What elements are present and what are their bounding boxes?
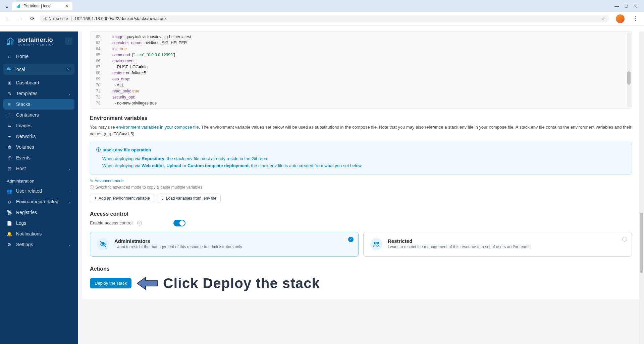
editor-scroll-thumb[interactable] <box>627 71 631 85</box>
url-text: 192.168.1.18:9000/#!/2/docker/stacks/new… <box>74 16 167 21</box>
logs-icon: 📄 <box>7 221 12 226</box>
page-scrollbar[interactable] <box>639 31 644 344</box>
annotation-text: Click Deploy the stack <box>163 275 320 291</box>
dashboard-icon: ⊞ <box>7 80 12 85</box>
card-desc: I want to restrict the management of thi… <box>388 245 531 249</box>
add-env-var-button[interactable]: + Add an environment variable <box>90 194 154 203</box>
logo[interactable]: portainer.io COMMUNITY EDITION « <box>3 36 74 51</box>
environment-pill[interactable]: local ✕ <box>3 64 74 75</box>
eye-off-icon <box>97 238 109 250</box>
nav-events[interactable]: ⏱Events <box>3 152 74 163</box>
tab-list-dropdown-icon[interactable]: ⌄ <box>3 2 11 10</box>
nav-home[interactable]: ⌂ Home <box>3 51 74 62</box>
nav-networks[interactable]: ⚭Networks <box>3 131 74 142</box>
help-icon[interactable]: ? <box>137 221 142 225</box>
images-icon: ≣ <box>7 123 12 128</box>
load-env-file-button[interactable]: ⤴ Load variables from .env file <box>158 194 221 203</box>
env-vars-doc-link[interactable]: environment variables in your compose fi… <box>116 125 199 130</box>
admin-nav-user-related[interactable]: 👥User-related⌄ <box>3 186 74 196</box>
events-icon: ⏱ <box>7 155 12 160</box>
nav-forward-icon[interactable]: → <box>15 14 25 23</box>
upload-icon: ⤴ <box>162 196 164 201</box>
nav-images[interactable]: ≣Images <box>3 120 74 131</box>
plus-icon: + <box>94 196 97 201</box>
card-title: Restricted <box>388 238 531 244</box>
portainer-logo-icon <box>5 36 15 46</box>
nav-label: Settings <box>16 242 33 247</box>
nav-label: Host <box>16 166 26 171</box>
sidebar: portainer.io COMMUNITY EDITION « ⌂ Home … <box>0 31 78 344</box>
nav-label: User-related <box>16 188 42 194</box>
access-card-administrators[interactable]: Administrators I want to restrict the ma… <box>90 232 359 257</box>
nav-back-icon[interactable]: ← <box>3 14 13 23</box>
address-input[interactable]: ⚠ Not secure 192.168.1.18:9000/#!/2/dock… <box>40 15 609 22</box>
deploy-stack-button[interactable]: Deploy the stack <box>90 278 131 288</box>
svg-point-9 <box>375 242 377 244</box>
chevron-down-icon: ⌄ <box>68 189 71 193</box>
info-line: When deploying via Web editor, Upload or… <box>102 162 626 169</box>
nav-label: Notifications <box>16 231 42 236</box>
button-label: Load variables from .env file <box>166 196 216 201</box>
chevron-down-icon: ⌄ <box>68 91 71 96</box>
window-minimize-icon[interactable]: ― <box>614 4 619 9</box>
address-bar: ← → ⟳ ⚠ Not secure 192.168.1.18:9000/#!/… <box>0 12 644 25</box>
nav-dashboard[interactable]: ⊞Dashboard <box>3 77 74 88</box>
svg-rect-2 <box>19 4 20 8</box>
nav-stacks[interactable]: ≡Stacks <box>3 99 74 110</box>
advanced-mode-link[interactable]: Advanced mode <box>95 179 124 183</box>
user-related-icon: 👥 <box>7 189 12 194</box>
info-box-title: ⓘ stack.env file operation <box>96 147 626 153</box>
enable-access-label: Enable access control <box>90 220 132 225</box>
tab-title: Portainer | local <box>23 4 51 8</box>
nav-containers[interactable]: ▢Containers <box>3 110 74 120</box>
templates-icon: ✎ <box>7 91 12 96</box>
nav-label: Stacks <box>16 101 30 107</box>
nav-label: Events <box>16 155 31 160</box>
app-root: portainer.io COMMUNITY EDITION « ⌂ Home … <box>0 31 644 344</box>
info-icon: ⓘ <box>90 185 94 190</box>
nav-label: Volumes <box>16 144 34 150</box>
nav-templates[interactable]: ✎Templates⌄ <box>3 88 74 99</box>
tab-close-icon[interactable]: ✕ <box>65 4 68 8</box>
host-icon: ⊡ <box>7 166 12 171</box>
env-button-row: + Add an environment variable ⤴ Load var… <box>90 194 632 203</box>
access-cards: Administrators I want to restrict the ma… <box>90 232 632 257</box>
window-close-icon[interactable]: ✕ <box>634 4 637 9</box>
chevron-down-icon: ⌄ <box>68 243 71 247</box>
nav-volumes[interactable]: ⛃Volumes <box>3 142 74 152</box>
svg-point-10 <box>377 242 379 244</box>
profile-avatar[interactable] <box>616 14 625 23</box>
nav-host[interactable]: ⊡Host⌄ <box>3 163 74 174</box>
home-icon: ⌂ <box>7 54 12 59</box>
admin-nav-environment-related[interactable]: ⊖Environment-related⌄ <box>3 196 74 207</box>
access-card-restricted[interactable]: Restricted I want to restrict the manage… <box>363 232 632 257</box>
info-icon: ⓘ <box>96 147 101 153</box>
compose-editor[interactable]: 626364656667686970717273 image: quay.io/… <box>90 31 632 109</box>
admin-nav-settings[interactable]: ⚙Settings⌄ <box>3 239 74 250</box>
sidebar-collapse-icon[interactable]: « <box>65 38 72 45</box>
not-secure-badge[interactable]: ⚠ Not secure <box>44 16 72 21</box>
advanced-hint-text: Switch to advanced mode to copy & paste … <box>95 185 203 190</box>
nav-reload-icon[interactable]: ⟳ <box>28 14 37 23</box>
stack-env-info-box: ⓘ stack.env file operation When deployin… <box>90 142 632 175</box>
page-scroll-thumb[interactable] <box>640 213 643 273</box>
nav-label: Logs <box>16 220 26 226</box>
browser-tab[interactable]: Portainer | local ✕ <box>12 2 72 10</box>
editor-scrollbar[interactable] <box>627 32 631 108</box>
networks-icon: ⚭ <box>7 134 12 139</box>
window-controls: ― □ ✕ <box>614 4 641 9</box>
editor-body[interactable]: image: quay.io/invidious/inv-sig-helper:… <box>103 32 632 108</box>
unselected-radio-icon <box>622 237 627 242</box>
bookmark-star-icon[interactable]: ☆ <box>601 16 605 21</box>
svg-rect-6 <box>8 67 9 68</box>
admin-nav-logs[interactable]: 📄Logs <box>3 218 74 228</box>
access-control-title: Access control <box>90 211 632 217</box>
enable-access-toggle[interactable] <box>173 220 185 226</box>
admin-nav-notifications[interactable]: 🔔Notifications <box>3 228 74 239</box>
notifications-icon: 🔔 <box>7 231 12 236</box>
browser-menu-icon[interactable]: ⋮ <box>630 15 641 22</box>
window-maximize-icon[interactable]: □ <box>625 4 628 9</box>
environment-close-icon[interactable]: ✕ <box>66 67 71 72</box>
chevron-down-icon: ⌄ <box>68 200 71 204</box>
admin-nav-registries[interactable]: 📡Registries <box>3 207 74 218</box>
